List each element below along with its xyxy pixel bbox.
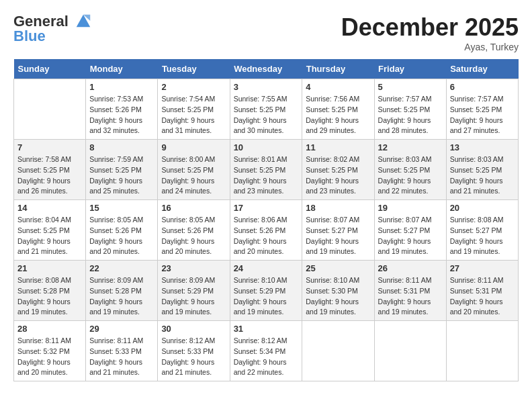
calendar-cell: 24Sunrise: 8:10 AMSunset: 5:29 PMDayligh… xyxy=(230,261,302,321)
daylight-text: Daylight: 9 hours and 19 minutes. xyxy=(161,297,226,318)
calendar-cell: 10Sunrise: 8:01 AMSunset: 5:25 PMDayligh… xyxy=(230,140,302,200)
daylight-text: Daylight: 9 hours and 19 minutes. xyxy=(89,297,154,318)
day-number: 18 xyxy=(306,203,370,213)
day-info: Sunrise: 8:00 AMSunset: 5:25 PMDaylight:… xyxy=(161,154,226,197)
calendar-cell: 6Sunrise: 7:57 AMSunset: 5:25 PMDaylight… xyxy=(446,79,518,140)
sunset-text: Sunset: 5:27 PM xyxy=(450,226,515,236)
sunrise-text: Sunrise: 8:08 AM xyxy=(17,275,82,286)
sunset-text: Sunset: 5:33 PM xyxy=(161,347,226,357)
day-info: Sunrise: 7:57 AMSunset: 5:25 PMDaylight:… xyxy=(450,94,515,136)
day-number: 10 xyxy=(234,142,299,152)
day-number: 4 xyxy=(306,82,370,92)
day-number: 9 xyxy=(161,142,226,152)
sunrise-text: Sunrise: 8:11 AM xyxy=(89,336,154,347)
day-info: Sunrise: 8:01 AMSunset: 5:25 PMDaylight:… xyxy=(234,154,299,197)
sunrise-text: Sunrise: 7:53 AM xyxy=(89,94,154,105)
day-info: Sunrise: 8:08 AMSunset: 5:28 PMDaylight:… xyxy=(17,275,82,318)
calendar-week-row: 28Sunrise: 8:11 AMSunset: 5:32 PMDayligh… xyxy=(14,321,519,381)
day-info: Sunrise: 8:11 AMSunset: 5:33 PMDaylight:… xyxy=(89,336,154,378)
sunrise-text: Sunrise: 8:11 AM xyxy=(450,275,515,286)
day-number: 30 xyxy=(161,324,226,334)
sunset-text: Sunset: 5:25 PM xyxy=(17,165,82,176)
day-info: Sunrise: 7:58 AMSunset: 5:25 PMDaylight:… xyxy=(17,154,82,197)
day-number: 1 xyxy=(89,82,154,92)
sunrise-text: Sunrise: 8:10 AM xyxy=(234,275,299,286)
day-info: Sunrise: 8:11 AMSunset: 5:32 PMDaylight:… xyxy=(17,336,82,378)
calendar-cell xyxy=(446,321,518,381)
sunrise-text: Sunrise: 8:05 AM xyxy=(89,215,154,226)
day-info: Sunrise: 7:57 AMSunset: 5:25 PMDaylight:… xyxy=(378,94,443,136)
day-number: 14 xyxy=(17,203,82,213)
calendar-cell: 5Sunrise: 7:57 AMSunset: 5:25 PMDaylight… xyxy=(374,79,446,140)
day-info: Sunrise: 8:06 AMSunset: 5:26 PMDaylight:… xyxy=(234,215,299,257)
calendar-cell: 9Sunrise: 8:00 AMSunset: 5:25 PMDaylight… xyxy=(158,140,230,200)
day-number: 21 xyxy=(17,263,82,273)
day-info: Sunrise: 8:09 AMSunset: 5:28 PMDaylight:… xyxy=(89,275,154,318)
daylight-text: Daylight: 9 hours and 20 minutes. xyxy=(450,297,515,318)
daylight-text: Daylight: 9 hours and 19 minutes. xyxy=(378,236,443,258)
sunset-text: Sunset: 5:25 PM xyxy=(161,105,226,116)
sunset-text: Sunset: 5:25 PM xyxy=(306,165,370,176)
sunset-text: Sunset: 5:31 PM xyxy=(378,286,443,297)
sunrise-text: Sunrise: 7:58 AM xyxy=(17,154,82,165)
day-info: Sunrise: 8:08 AMSunset: 5:27 PMDaylight:… xyxy=(450,215,515,257)
sunset-text: Sunset: 5:29 PM xyxy=(161,286,226,297)
calendar-cell: 22Sunrise: 8:09 AMSunset: 5:28 PMDayligh… xyxy=(86,261,158,321)
calendar-cell: 7Sunrise: 7:58 AMSunset: 5:25 PMDaylight… xyxy=(14,140,86,200)
sunrise-text: Sunrise: 8:09 AM xyxy=(89,275,154,286)
calendar-cell xyxy=(302,321,374,381)
logo: General Blue xyxy=(13,13,93,45)
calendar-cell: 20Sunrise: 8:08 AMSunset: 5:27 PMDayligh… xyxy=(446,200,518,261)
day-number: 23 xyxy=(161,263,226,273)
calendar-cell: 14Sunrise: 8:04 AMSunset: 5:25 PMDayligh… xyxy=(14,200,86,261)
daylight-text: Daylight: 9 hours and 28 minutes. xyxy=(378,116,443,137)
day-info: Sunrise: 8:03 AMSunset: 5:25 PMDaylight:… xyxy=(450,154,515,197)
day-info: Sunrise: 7:53 AMSunset: 5:26 PMDaylight:… xyxy=(89,94,154,136)
calendar-cell: 11Sunrise: 8:02 AMSunset: 5:25 PMDayligh… xyxy=(302,140,374,200)
sunrise-text: Sunrise: 7:55 AM xyxy=(234,94,299,105)
sunrise-text: Sunrise: 7:56 AM xyxy=(306,94,370,105)
calendar-cell: 19Sunrise: 8:07 AMSunset: 5:27 PMDayligh… xyxy=(374,200,446,261)
calendar-cell: 17Sunrise: 8:06 AMSunset: 5:26 PMDayligh… xyxy=(230,200,302,261)
day-info: Sunrise: 8:09 AMSunset: 5:29 PMDaylight:… xyxy=(161,275,226,318)
sunrise-text: Sunrise: 7:59 AM xyxy=(89,154,154,165)
day-number: 3 xyxy=(234,82,299,92)
daylight-text: Daylight: 9 hours and 22 minutes. xyxy=(234,357,299,379)
day-number: 19 xyxy=(378,203,443,213)
day-number: 13 xyxy=(450,142,515,152)
sunset-text: Sunset: 5:25 PM xyxy=(450,105,515,116)
calendar-cell: 4Sunrise: 7:56 AMSunset: 5:25 PMDaylight… xyxy=(302,79,374,140)
sunrise-text: Sunrise: 8:09 AM xyxy=(161,275,226,286)
day-number: 7 xyxy=(17,142,82,152)
daylight-text: Daylight: 9 hours and 19 minutes. xyxy=(17,297,82,318)
sunset-text: Sunset: 5:25 PM xyxy=(234,165,299,176)
calendar-cell: 12Sunrise: 8:03 AMSunset: 5:25 PMDayligh… xyxy=(374,140,446,200)
day-number: 26 xyxy=(378,263,443,273)
sunrise-text: Sunrise: 8:11 AM xyxy=(17,336,82,347)
day-number: 28 xyxy=(17,324,82,334)
day-info: Sunrise: 7:59 AMSunset: 5:25 PMDaylight:… xyxy=(89,154,154,197)
calendar-cell: 13Sunrise: 8:03 AMSunset: 5:25 PMDayligh… xyxy=(446,140,518,200)
daylight-text: Daylight: 9 hours and 22 minutes. xyxy=(378,176,443,197)
daylight-text: Daylight: 9 hours and 19 minutes. xyxy=(378,297,443,318)
daylight-text: Daylight: 9 hours and 30 minutes. xyxy=(234,116,299,137)
weekday-header-thursday: Thursday xyxy=(302,59,374,79)
sunrise-text: Sunrise: 8:12 AM xyxy=(161,336,226,347)
daylight-text: Daylight: 9 hours and 31 minutes. xyxy=(161,116,226,137)
daylight-text: Daylight: 9 hours and 19 minutes. xyxy=(306,297,370,318)
daylight-text: Daylight: 9 hours and 24 minutes. xyxy=(161,176,226,197)
calendar-body: 1Sunrise: 7:53 AMSunset: 5:26 PMDaylight… xyxy=(14,79,519,381)
day-info: Sunrise: 8:12 AMSunset: 5:34 PMDaylight:… xyxy=(234,336,299,378)
day-number: 29 xyxy=(89,324,154,334)
calendar-header-row: SundayMondayTuesdayWednesdayThursdayFrid… xyxy=(14,59,519,79)
day-info: Sunrise: 8:07 AMSunset: 5:27 PMDaylight:… xyxy=(306,215,370,257)
day-number: 27 xyxy=(450,263,515,273)
day-info: Sunrise: 8:03 AMSunset: 5:25 PMDaylight:… xyxy=(378,154,443,197)
daylight-text: Daylight: 9 hours and 25 minutes. xyxy=(89,176,154,197)
sunset-text: Sunset: 5:25 PM xyxy=(161,165,226,176)
calendar-cell: 29Sunrise: 8:11 AMSunset: 5:33 PMDayligh… xyxy=(86,321,158,381)
sunrise-text: Sunrise: 8:05 AM xyxy=(161,215,226,226)
day-number: 17 xyxy=(234,203,299,213)
page-header: General Blue December 2025 Ayas, Turkey xyxy=(13,13,519,52)
sunrise-text: Sunrise: 8:07 AM xyxy=(378,215,443,226)
